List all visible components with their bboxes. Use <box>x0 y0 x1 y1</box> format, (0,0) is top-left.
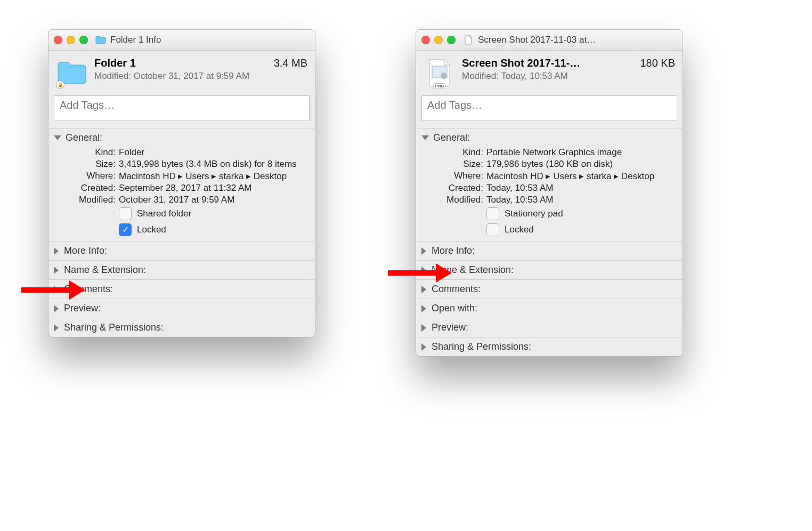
section-more-info[interactable]: More Info: <box>48 241 315 260</box>
created-value: Today, 10:53 AM <box>486 183 553 194</box>
general-disclosure[interactable]: General: <box>416 129 683 147</box>
stationery-pad-label: Stationery pad <box>505 208 563 219</box>
minimize-button[interactable] <box>434 36 443 44</box>
window-title: Folder 1 Info <box>110 35 161 45</box>
section-sharing[interactable]: Sharing & Permissions: <box>48 318 315 337</box>
item-name: Screen Shot 2017-11-… <box>462 57 580 69</box>
folder-icon <box>95 35 106 45</box>
locked-label: Locked <box>137 224 166 235</box>
item-modified: Modified: Today, 10:53 AM <box>462 71 675 82</box>
name-extension-label: Name & Extension: <box>64 264 146 276</box>
locked-checkbox[interactable]: ✓ <box>119 223 132 236</box>
comments-label: Comments: <box>432 284 481 295</box>
section-name-extension[interactable]: Name & Extension: <box>48 260 315 279</box>
general-disclosure[interactable]: General: <box>48 129 315 147</box>
section-preview[interactable]: Preview: <box>416 318 683 337</box>
kind-value: Folder <box>119 147 144 158</box>
modified-label: Modified: <box>69 195 116 205</box>
titlebar[interactable]: Screen Shot 2017-11-03 at… <box>416 30 683 51</box>
size-value: 3,419,998 bytes (3.4 MB on disk) for 8 i… <box>119 159 297 170</box>
annotation-arrow-right <box>388 266 452 280</box>
close-button[interactable] <box>54 36 62 44</box>
tags-input[interactable] <box>54 95 310 121</box>
stationery-pad-checkbox[interactable] <box>486 207 499 220</box>
open-with-label: Open with: <box>432 303 477 314</box>
created-value: September 28, 2017 at 11:32 AM <box>119 183 252 194</box>
chevron-right-icon <box>54 305 59 312</box>
chevron-right-icon <box>421 324 426 332</box>
zoom-button[interactable] <box>79 36 88 44</box>
shared-folder-checkbox[interactable] <box>119 207 132 220</box>
chevron-down-icon <box>54 135 61 140</box>
stationery-pad-row: Stationery pad <box>416 206 683 222</box>
more-info-label: More Info: <box>432 245 475 256</box>
size-label: Size: <box>69 159 116 170</box>
section-preview[interactable]: Preview: <box>48 299 315 318</box>
size-label: Size: <box>436 159 483 170</box>
section-general: General: Kind:Portable Network Graphics … <box>416 128 683 241</box>
locked-checkbox[interactable] <box>486 223 499 236</box>
item-size: 3.4 MB <box>274 57 307 69</box>
chevron-right-icon <box>421 286 426 293</box>
size-value: 179,986 bytes (180 KB on disk) <box>486 159 613 170</box>
where-value: Macintosh HD ▸ Users ▸ starka ▸ Desktop <box>486 171 654 182</box>
general-label: General: <box>66 132 102 143</box>
chevron-right-icon <box>54 267 59 274</box>
locked-label: Locked <box>505 224 534 235</box>
where-label: Where: <box>69 171 116 182</box>
item-modified: Modified: October 31, 2017 at 9:59 AM <box>94 71 307 82</box>
png-large-icon: PNG <box>424 57 456 89</box>
lock-badge-icon: 🔒 <box>56 81 64 89</box>
modified-value: October 31, 2017 at 9:59 AM <box>119 195 234 205</box>
section-comments[interactable]: Comments: <box>48 279 315 299</box>
folder-large-icon: 🔒 <box>56 57 88 89</box>
close-button[interactable] <box>421 36 430 44</box>
tags-field-wrap <box>54 95 310 123</box>
tags-field-wrap <box>421 95 677 123</box>
chevron-down-icon <box>421 135 429 140</box>
created-label: Created: <box>436 183 483 194</box>
section-general: General: Kind:Folder Size:3,419,998 byte… <box>48 128 315 241</box>
shared-folder-label: Shared folder <box>137 208 191 219</box>
svg-point-1 <box>441 73 447 79</box>
titlebar[interactable]: Folder 1 Info <box>48 30 315 51</box>
shared-folder-row: Shared folder <box>48 206 315 222</box>
section-more-info[interactable]: More Info: <box>416 241 683 260</box>
chevron-right-icon <box>54 324 59 332</box>
chevron-right-icon <box>421 343 426 351</box>
chevron-right-icon <box>421 247 426 255</box>
item-name: Folder 1 <box>94 57 136 69</box>
check-icon: ✓ <box>122 226 129 234</box>
header: PNG Screen Shot 2017-11-… 180 KB Modifie… <box>416 51 683 93</box>
file-icon <box>463 35 474 45</box>
section-open-with[interactable]: Open with: <box>416 299 683 318</box>
header: 🔒 Folder 1 3.4 MB Modified: October 31, … <box>48 51 315 93</box>
section-sharing[interactable]: Sharing & Permissions: <box>416 337 683 356</box>
modified-value: Today, 10:53 AM <box>486 195 553 205</box>
sharing-label: Sharing & Permissions: <box>432 341 531 352</box>
preview-label: Preview: <box>64 303 101 314</box>
section-comments[interactable]: Comments: <box>416 279 683 299</box>
where-value: Macintosh HD ▸ Users ▸ starka ▸ Desktop <box>119 171 287 182</box>
kind-label: Kind: <box>436 147 483 158</box>
kind-label: Kind: <box>69 147 116 158</box>
zoom-button[interactable] <box>447 36 456 44</box>
tags-input[interactable] <box>421 95 677 121</box>
section-name-extension[interactable]: Name & Extension: <box>416 260 683 279</box>
kind-value: Portable Network Graphics image <box>486 147 622 158</box>
locked-row: ✓ Locked <box>48 222 315 238</box>
window-title: Screen Shot 2017-11-03 at… <box>478 35 596 45</box>
minimize-button[interactable] <box>67 36 75 44</box>
info-window-file: Screen Shot 2017-11-03 at… PNG Screen Sh… <box>416 29 683 357</box>
sharing-label: Sharing & Permissions: <box>64 322 164 333</box>
created-label: Created: <box>69 183 116 194</box>
more-info-label: More Info: <box>64 245 107 256</box>
annotation-arrow-left <box>21 283 85 297</box>
general-label: General: <box>433 132 470 143</box>
chevron-right-icon <box>54 247 59 255</box>
locked-row: Locked <box>416 222 683 238</box>
modified-label: Modified: <box>436 195 483 205</box>
where-label: Where: <box>436 171 483 182</box>
item-size: 180 KB <box>640 57 675 69</box>
info-window-folder: Folder 1 Info 🔒 Folder 1 3.4 MB Modified… <box>48 29 315 337</box>
